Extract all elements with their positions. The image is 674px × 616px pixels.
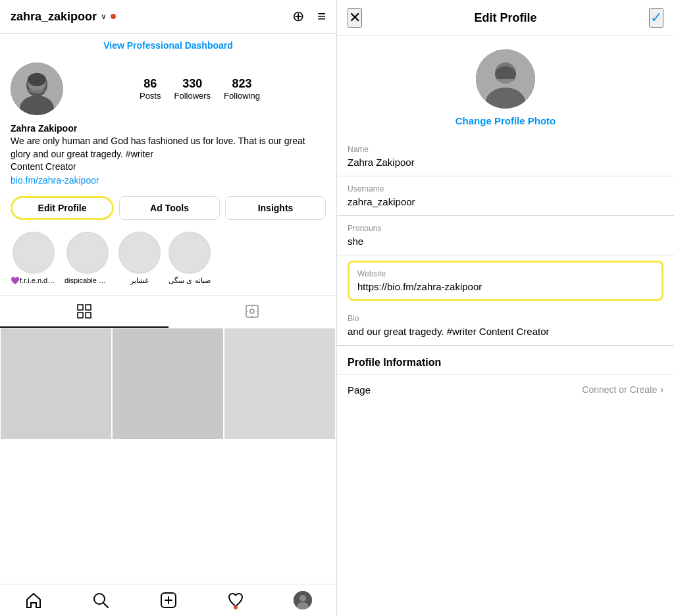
- change-photo-link[interactable]: Change Profile Photo: [455, 115, 556, 126]
- pronouns-field[interactable]: Pronouns she: [337, 216, 674, 255]
- confirm-button[interactable]: ✓: [649, 8, 663, 28]
- story-circle: [66, 232, 109, 274]
- heart-notification-dot: [234, 605, 238, 609]
- svg-rect-5: [78, 305, 83, 310]
- profile-information-header: Profile Information: [337, 346, 674, 374]
- story-item[interactable]: dispicable me...: [65, 232, 111, 285]
- bio-value: and our great tragedy. #writer Content C…: [348, 326, 663, 337]
- following-label: Following: [224, 91, 260, 101]
- stat-posts[interactable]: 86 Posts: [140, 77, 161, 101]
- top-bar-icons: ⊕ ≡: [292, 8, 326, 25]
- svg-rect-8: [86, 313, 91, 318]
- story-item[interactable]: 💜f.r.i.e.n.d.s...: [11, 232, 57, 285]
- grid-cell[interactable]: [112, 328, 224, 440]
- edit-profile-avatar[interactable]: [476, 49, 535, 109]
- profile-nav-item[interactable]: [269, 591, 336, 609]
- story-circle: [13, 232, 55, 274]
- stat-followers[interactable]: 330 Followers: [174, 77, 211, 101]
- insights-button[interactable]: Insights: [225, 196, 326, 220]
- grid-cell[interactable]: [0, 328, 112, 440]
- right-panel: ✕ Edit Profile ✓ Change Profile Photo Na…: [337, 0, 674, 616]
- followers-label: Followers: [174, 91, 211, 101]
- pro-dashboard-link[interactable]: View Professional Dashboard: [0, 34, 336, 55]
- tab-row: [0, 295, 336, 328]
- top-bar-left: zahra_zakipoor ∨ ⊕ ≡: [0, 0, 336, 34]
- story-item[interactable]: غشایر: [118, 232, 161, 285]
- bio-section: Zahra Zakipoor We are only human and God…: [0, 123, 336, 192]
- bottom-nav: [0, 584, 336, 616]
- name-field[interactable]: Name Zahra Zakipoor: [337, 137, 674, 176]
- edit-profile-title: Edit Profile: [474, 11, 536, 25]
- story-label: 💜f.r.i.e.n.d.s...: [11, 276, 57, 285]
- svg-point-14: [299, 595, 306, 602]
- page-row-label: Page: [348, 384, 371, 396]
- notification-dot: [111, 14, 116, 19]
- bio-link[interactable]: bio.fm/zahra-zakipoor: [11, 175, 326, 186]
- story-circle: [168, 232, 211, 274]
- chevron-right-icon: ›: [660, 384, 663, 396]
- profile-section: 86 Posts 330 Followers 823 Following: [0, 55, 336, 123]
- add-button[interactable]: ⊕: [292, 8, 304, 25]
- name-value: Zahra Zakipoor: [348, 157, 663, 168]
- edit-content: Change Profile Photo Name Zahra Zakipoor…: [337, 36, 674, 616]
- story-circle: [118, 232, 161, 274]
- nav-avatar: [294, 591, 312, 609]
- menu-button[interactable]: ≡: [317, 8, 326, 25]
- username-label: Username: [348, 184, 663, 193]
- followers-count: 330: [182, 77, 202, 91]
- grid-preview: [0, 328, 336, 584]
- posts-label: Posts: [140, 91, 161, 101]
- story-label: غشایر: [130, 276, 149, 285]
- name-label: Name: [348, 145, 663, 154]
- stat-following[interactable]: 823 Following: [224, 77, 260, 101]
- top-bar-right: ✕ Edit Profile ✓: [337, 0, 674, 36]
- grid-cell[interactable]: [224, 328, 336, 440]
- username-area: zahra_zakipoor ∨: [11, 10, 116, 24]
- create-nav-item[interactable]: [134, 591, 201, 609]
- bio-text: We are only human and God has fashioned …: [11, 135, 326, 174]
- heart-nav-item[interactable]: [202, 591, 269, 609]
- page-row-right: Connect or Create ›: [582, 384, 663, 396]
- pronouns-label: Pronouns: [348, 224, 663, 233]
- story-label: dispicable me...: [65, 276, 111, 284]
- left-panel: zahra_zakipoor ∨ ⊕ ≡ View Professional D…: [0, 0, 337, 616]
- page-row-action: Connect or Create: [582, 384, 657, 395]
- ad-tools-button[interactable]: Ad Tools: [119, 196, 220, 220]
- stats-row: 86 Posts 330 Followers 823 Following: [74, 77, 326, 101]
- edit-avatar-section: Change Profile Photo: [337, 36, 674, 137]
- story-item[interactable]: ضبانه ی سگی: [168, 232, 211, 285]
- story-label: ضبانه ی سگی: [168, 276, 210, 285]
- following-count: 823: [232, 77, 252, 91]
- tab-tagged[interactable]: [168, 296, 337, 328]
- svg-point-10: [250, 309, 254, 313]
- username-label: zahra_zakipoor: [11, 10, 97, 24]
- page-row[interactable]: Page Connect or Create ›: [337, 374, 674, 405]
- username-value: zahra_zakipoor: [348, 196, 663, 207]
- profile-avatar[interactable]: [11, 63, 63, 115]
- svg-point-4: [28, 73, 46, 86]
- chevron-down-icon: ∨: [101, 12, 107, 21]
- svg-rect-9: [246, 305, 258, 317]
- search-nav-item[interactable]: [67, 591, 134, 609]
- svg-rect-6: [86, 305, 91, 310]
- stories-row: 💜f.r.i.e.n.d.s... dispicable me... غشایر…: [0, 226, 336, 290]
- bio-name: Zahra Zakipoor: [11, 123, 326, 134]
- posts-count: 86: [143, 77, 157, 91]
- tab-grid[interactable]: [0, 296, 168, 328]
- website-field[interactable]: Website https://bio.fm/zahra-zakipoor: [348, 261, 663, 301]
- pronouns-value: she: [348, 236, 663, 247]
- username-field[interactable]: Username zahra_zakipoor: [337, 176, 674, 216]
- website-value: https://bio.fm/zahra-zakipoor: [357, 281, 654, 292]
- bio-field[interactable]: Bio and our great tragedy. #writer Conte…: [337, 306, 674, 346]
- action-buttons: Edit Profile Ad Tools Insights: [0, 192, 336, 226]
- close-button[interactable]: ✕: [348, 8, 362, 28]
- svg-rect-7: [78, 313, 83, 318]
- edit-profile-button[interactable]: Edit Profile: [11, 196, 114, 220]
- home-nav-item[interactable]: [0, 591, 67, 609]
- website-label: Website: [357, 269, 654, 278]
- bio-label: Bio: [348, 314, 663, 323]
